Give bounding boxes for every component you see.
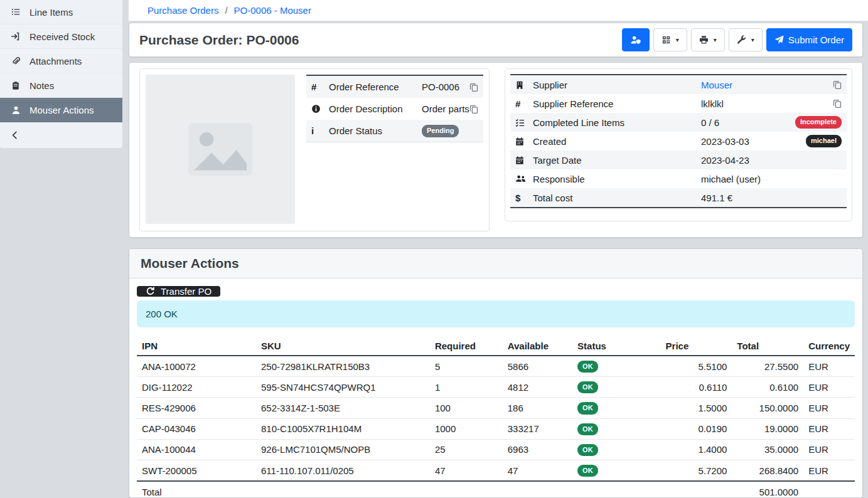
copy-icon[interactable] [833,80,842,89]
table-row: DIG-112022595-SN74HCS74QPWRQ114812OK0.61… [137,377,855,398]
transfer-po-button[interactable]: Transfer PO [137,286,220,297]
pending-badge: Pending [422,125,459,137]
content: Purchase Order: PO-0006 ▾▾▾Submit Order … [122,21,868,498]
table-row: ANA-100044926-LMC7101QM5/NOPB256963OK1.4… [137,439,855,460]
supplier-info-table: SupplierMouser#Supplier Referencelklklkl… [510,74,847,208]
column-header-total: Total [732,337,803,356]
detail-value: lklklkl [701,98,724,109]
breadcrumb: Purchase Orders/PO-0006 - Mouser [147,5,311,16]
cell-required: 1000 [430,418,503,439]
header-button-group: ▾▾▾Submit Order [622,28,852,51]
user-icon [10,105,21,115]
cell-ipn: ANA-100072 [137,356,256,377]
cell-currency: EUR [803,418,855,439]
cell-total: 19.0000 [732,418,803,439]
sidebar-item-label: Received Stock [29,31,95,42]
print-actions-button[interactable]: ▾ [691,28,725,51]
detail-row-supplier-reference: #Supplier Referencelklklkl [510,94,847,113]
panel-title: Mouser Actions [129,249,862,278]
cell-required: 47 [430,460,503,481]
order-actions-button[interactable]: ▾ [729,28,763,51]
cell-price: 5.7200 [661,460,732,481]
detail-value: 2023-04-23 [701,155,749,166]
column-header-sku: SKU [256,337,430,356]
paper-plane-icon [774,35,784,45]
sidebar-item-label: Line Items [29,7,73,18]
detail-value-link[interactable]: Mouser [701,80,732,90]
supplier-info-card: SupplierMouser#Supplier Referencelklklkl… [505,68,852,221]
column-header-price: Price [661,337,732,356]
detail-row-order-status: iOrder StatusPending [306,120,483,142]
cell-ipn: ANA-100044 [137,439,256,460]
detail-value: michael (user) [701,174,761,184]
cell-sku: 652-3314Z-1-503E [256,398,430,418]
cell-price: 0.6110 [661,377,732,398]
paperclip-icon [10,56,21,66]
cell-available: 47 [503,460,572,481]
table-row: SWT-200005611-110.107.011/02054747OK5.72… [137,460,855,481]
cell-ipn: SWT-200005 [137,460,256,481]
detail-row-created: Created2023-03-03michael [510,132,847,151]
detail-value: 491.1 € [701,193,732,203]
dollar-icon: $ [515,193,533,203]
copy-icon[interactable] [469,83,478,92]
building-icon [515,80,533,90]
sidebar-item-label: Attachments [29,56,82,66]
detail-label: Order Description [329,103,422,114]
detail-label: Total cost [533,193,701,203]
detail-label: Created [533,136,701,147]
cell-currency: EUR [803,460,855,481]
detail-row-order-description: Order DescriptionOrder parts [306,98,483,120]
barcode-actions-button[interactable]: ▾ [653,28,687,51]
detail-value: 2023-03-03 [701,136,749,147]
cell-total: 150.0000 [732,398,803,418]
sidebar-item-line-items[interactable]: Line Items [0,0,122,24]
status-alert: 200 OK [137,300,855,327]
column-header-status: Status [572,337,661,356]
detail-row-supplier: SupplierMouser [510,75,847,94]
cell-sku: 810-C1005X7R1H104M [256,418,430,439]
part-thumbnail [146,75,295,224]
sidebar-item-mouser-actions[interactable]: Mouser Actions [0,98,122,122]
mouser-order-table: IPNSKURequiredAvailableStatusPriceTotalC… [137,337,855,497]
user-shield-icon [630,35,641,45]
caret-down-icon: ▾ [714,37,717,43]
users-icon [515,174,533,183]
status-ok-badge: OK [577,381,598,393]
copy-icon[interactable] [833,99,842,108]
sidebar-item-notes[interactable]: Notes [0,73,122,98]
column-header-required: Required [430,337,503,356]
cell-available: 5866 [503,356,572,377]
detail-row-target-date: Target Date2023-04-23 [510,151,847,169]
caret-down-icon: ▾ [676,37,679,43]
detail-label: Responsible [533,174,701,184]
breadcrumb-link-purchase-orders[interactable]: Purchase Orders [147,5,218,16]
cell-currency: EUR [803,439,855,460]
copy-icon[interactable] [469,105,478,114]
cell-sku: 595-SN74HCS74QPWRQ1 [256,377,430,398]
order-info-card: #Order ReferencePO-0006Order Description… [139,68,490,231]
sidebar-item-received-stock[interactable]: Received Stock [0,24,122,49]
sidebar-item-attachments[interactable]: Attachments [0,49,122,73]
detail-row-order-reference: #Order ReferencePO-0006 [306,76,483,98]
cell-price: 0.0190 [661,418,732,439]
footer-total-label: Total [137,481,732,497]
hash-icon: # [311,82,329,92]
submit-order-button[interactable]: Submit Order [766,28,852,51]
refresh-icon [146,287,155,296]
admin-users-button[interactable] [622,28,650,51]
calendar-icon [515,137,533,146]
status-ok-badge: OK [577,423,598,435]
printer-icon [699,35,709,45]
cell-available: 4812 [503,377,572,398]
cell-currency: EUR [803,377,855,398]
detail-label: Supplier Reference [533,98,701,109]
cell-sku: 926-LMC7101QM5/NOPB [256,439,430,460]
detail-value: PO-0006 [422,82,459,92]
status-ok-badge: OK [577,444,598,456]
sidebar-collapse-button[interactable] [0,122,122,148]
cell-ipn: CAP-043046 [137,418,256,439]
list-check-icon [515,118,533,127]
breadcrumb-link-po-0006-mouser[interactable]: PO-0006 - Mouser [234,5,311,16]
detail-label: Order Status [329,125,422,136]
